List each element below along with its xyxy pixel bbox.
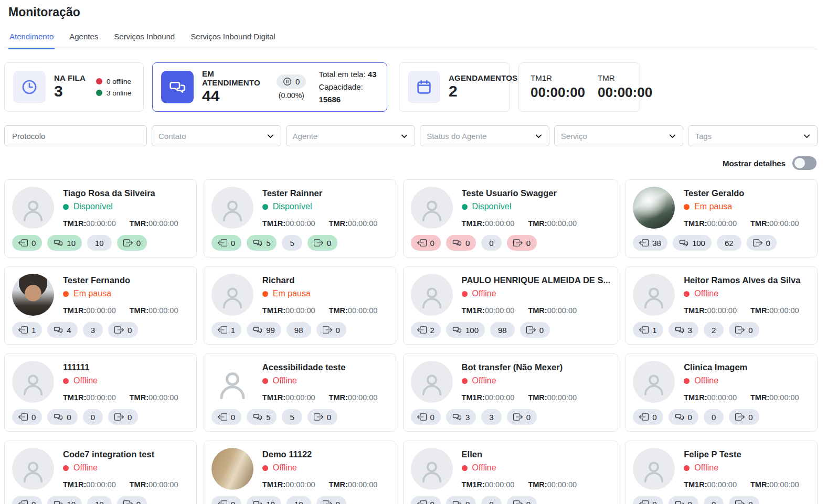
sign-in-badge[interactable]: 0 (211, 496, 241, 504)
badge-row: 199980 (211, 322, 388, 338)
agent-card-ellen[interactable]: Ellen Offline TM1R:00:00:00 TMR:00:00:00… (403, 441, 619, 504)
count-badge[interactable]: 5 (282, 235, 302, 251)
contato-select[interactable]: Contato (152, 125, 281, 146)
sign-in-badge[interactable]: 0 (411, 409, 441, 425)
agent-card-teste-usuario-swagger[interactable]: Teste Usuario Swagger Disponível TM1R:00… (403, 179, 619, 258)
chat-bubbles-badge[interactable]: 10 (47, 235, 82, 251)
count-badge[interactable]: 0 (83, 409, 103, 425)
badge-value: 10 (294, 500, 303, 504)
count-badge[interactable]: 5 (282, 409, 302, 425)
count-badge[interactable]: 0 (704, 409, 724, 425)
chat-bubbles-badge[interactable]: 10 (47, 496, 82, 504)
count-badge[interactable]: 3 (481, 409, 501, 425)
sign-in-badge[interactable]: 0 (633, 409, 663, 425)
count-badge[interactable]: 3 (83, 322, 103, 338)
agent-card-111111[interactable]: 111111 Offline TM1R:00:00:00 TMR:00:00:0… (4, 353, 197, 432)
sign-out-badge[interactable]: 0 (117, 496, 147, 504)
count-badge[interactable]: 98 (287, 322, 311, 338)
sign-in-badge[interactable]: 1 (211, 322, 241, 338)
chat-bubbles-badge[interactable]: 100 (446, 322, 485, 338)
badge-value: 0 (688, 413, 692, 422)
sign-out-badge[interactable]: 0 (729, 409, 759, 425)
sign-out-badge[interactable]: 0 (729, 496, 759, 504)
sign-out-badge[interactable]: 0 (747, 235, 777, 251)
agente-select[interactable]: Agente (286, 125, 416, 146)
sign-out-badge[interactable]: 0 (316, 322, 346, 338)
count-badge[interactable]: 10 (287, 496, 311, 504)
sign-out-badge[interactable]: 0 (108, 409, 138, 425)
chat-bubbles-badge[interactable]: 0 (669, 496, 698, 504)
sign-out-badge[interactable]: 0 (108, 322, 138, 338)
agent-card-heitor-ramos-alves-da-silva[interactable]: Heitor Ramos Alves da Silva Offline TM1R… (625, 266, 818, 345)
agent-card-felipe-p-teste[interactable]: Felipe P Teste Offline TM1R:00:00:00 TMR… (625, 441, 818, 504)
count-badge[interactable]: 10 (87, 496, 112, 504)
chat-bubbles-badge[interactable]: 5 (247, 409, 277, 425)
agent-card-code7-integration-test[interactable]: Code7 integration test Offline TM1R:00:0… (4, 441, 197, 504)
chat-bubbles-badge[interactable]: 10 (247, 496, 281, 504)
sign-in-badge[interactable]: 0 (211, 235, 241, 251)
show-details-toggle[interactable] (792, 156, 817, 170)
sign-in-badge[interactable]: 1 (633, 322, 663, 338)
sign-out-badge[interactable]: 0 (117, 235, 147, 251)
badge-value: 0 (766, 239, 770, 248)
chat-bubbles-badge[interactable]: 0 (47, 409, 77, 425)
tags-select[interactable]: Tags (688, 125, 818, 146)
agent-card-paulo-henrique-almeida-de-s[interactable]: PAULO HENRIQUE ALMEIDA DE S... Offline T… (403, 266, 619, 345)
chat-bubbles-badge[interactable]: 0 (669, 409, 698, 425)
sign-in-badge[interactable]: 2 (411, 322, 441, 338)
tab-servicos-inbound-digital[interactable]: Serviços Inbound Digital (189, 30, 277, 49)
status-do-agente-select[interactable]: Status do Agente (420, 125, 549, 146)
tab-servicos-inbound[interactable]: Serviços Inbound (113, 30, 176, 49)
chat-bubbles-badge[interactable]: 100 (673, 235, 712, 251)
protocolo-input[interactable] (11, 131, 140, 141)
count-badge[interactable]: 0 (481, 496, 501, 504)
sign-out-badge[interactable]: 0 (507, 235, 537, 251)
agent-card-bot-transfer-nao-mexer[interactable]: Bot transfer (Não Mexer) Offline TM1R:00… (403, 353, 619, 432)
count-badge[interactable]: 2 (704, 322, 724, 338)
sign-in-badge[interactable]: 0 (633, 496, 663, 504)
tab-atendimento[interactable]: Atendimento (8, 30, 55, 49)
agent-card-tester-geraldo[interactable]: Tester Geraldo Em pausa TM1R:00:00:00 TM… (625, 179, 818, 258)
sign-in-badge[interactable]: 0 (12, 409, 42, 425)
sign-out-badge[interactable]: 0 (729, 322, 759, 338)
person-icon (411, 361, 453, 403)
servico-select[interactable]: Serviço (554, 125, 684, 146)
count-badge[interactable]: 0 (704, 496, 724, 504)
sign-out-badge[interactable]: 0 (308, 409, 337, 425)
sign-in-badge[interactable]: 0 (12, 496, 42, 504)
agent-card-tester-fernando[interactable]: Tester Fernando Em pausa TM1R:00:00:00 T… (4, 266, 197, 345)
chat-bubbles-badge[interactable]: 4 (47, 322, 77, 338)
count-badge[interactable]: 10 (87, 235, 112, 251)
chat-bubbles-badge[interactable]: 3 (446, 409, 476, 425)
sign-out-badge[interactable]: 0 (507, 409, 537, 425)
agent-card-demo-11122[interactable]: Demo 11122 Offline TM1R:00:00:00 TMR:00:… (204, 441, 396, 504)
sign-out-badge[interactable]: 0 (308, 235, 337, 251)
badge-value: 0 (231, 500, 235, 504)
badge-row: 0000 (411, 496, 611, 504)
sign-out-badge[interactable]: 0 (316, 496, 346, 504)
chat-bubbles-badge[interactable]: 0 (446, 496, 476, 504)
sign-in-badge[interactable]: 0 (411, 496, 441, 504)
sign-in-badge[interactable]: 1 (12, 322, 42, 338)
agent-card-clinica-imagem[interactable]: Clinica Imagem Offline TM1R:00:00:00 TMR… (625, 353, 818, 432)
sign-out-badge[interactable]: 0 (520, 322, 550, 338)
count-badge[interactable]: 98 (490, 322, 515, 338)
agent-card-tester-rainner[interactable]: Tester Rainner Disponível TM1R:00:00:00 … (204, 179, 396, 258)
chat-bubbles-badge[interactable]: 99 (247, 322, 281, 338)
chat-bubbles-badge[interactable]: 0 (446, 235, 476, 251)
count-badge[interactable]: 62 (717, 235, 741, 251)
chat-bubbles-badge[interactable]: 3 (669, 322, 698, 338)
sign-in-badge[interactable]: 0 (211, 409, 241, 425)
count-badge[interactable]: 0 (481, 235, 501, 251)
agent-card-acessibilidade-teste[interactable]: Acessibilidade teste Offline TM1R:00:00:… (204, 353, 396, 432)
badge-value: 3 (688, 326, 692, 335)
tab-agentes[interactable]: Agentes (68, 30, 99, 49)
sign-out-badge[interactable]: 0 (507, 496, 537, 504)
agent-card-tiago-rosa-da-silveira[interactable]: Tiago Rosa da Silveira Disponível TM1R:0… (4, 179, 197, 258)
sign-in-badge[interactable]: 0 (411, 235, 441, 251)
sign-in-badge[interactable]: 38 (633, 235, 667, 251)
sign-in-badge[interactable]: 0 (12, 235, 42, 251)
chat-bubbles-badge[interactable]: 5 (247, 235, 277, 251)
agent-card-richard[interactable]: Richard Em pausa TM1R:00:00:00 TMR:00:00… (204, 266, 396, 345)
agent-times: TM1R:00:00:00 TMR:00:00:00 (684, 306, 810, 315)
